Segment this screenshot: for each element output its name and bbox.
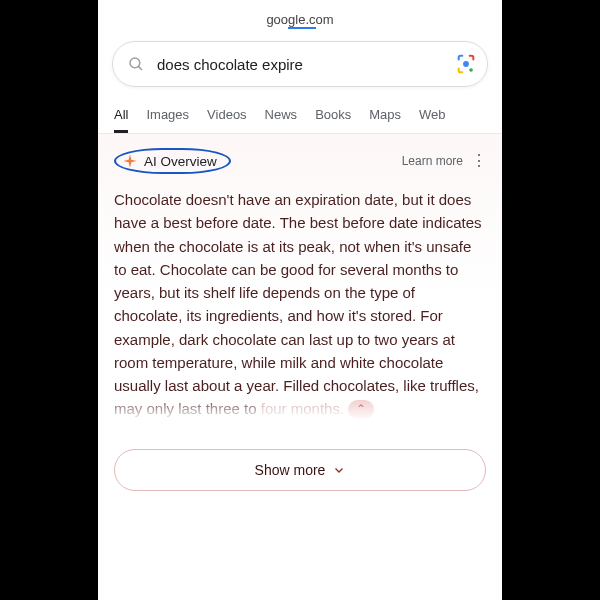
ai-overview-body: Chocolate doesn't have an expiration dat… — [114, 188, 486, 421]
ai-overview-title: AI Overview — [144, 154, 217, 169]
address-bar[interactable]: google.com — [98, 8, 502, 41]
svg-point-3 — [469, 68, 473, 72]
ai-overview-section: AI Overview Learn more ⋮ Chocolate doesn… — [98, 134, 502, 437]
search-container: does chocolate expire — [98, 41, 502, 99]
phone-frame: google.com does chocolate expire — [98, 0, 502, 600]
collapse-icon[interactable]: ⌃ — [348, 400, 374, 419]
search-icon — [127, 55, 145, 73]
tab-maps[interactable]: Maps — [369, 99, 401, 133]
page-content: google.com does chocolate expire — [98, 0, 502, 491]
chevron-down-icon — [333, 464, 345, 476]
show-more-button[interactable]: Show more — [114, 449, 486, 491]
tab-books[interactable]: Books — [315, 99, 351, 133]
ai-body-text-main: Chocolate doesn't have an expiration dat… — [114, 191, 481, 417]
ai-body-text-trailing: four months. — [261, 400, 344, 417]
search-tabs: All Images Videos News Books Maps Web — [98, 99, 502, 134]
search-bar[interactable]: does chocolate expire — [112, 41, 488, 87]
tab-all[interactable]: All — [114, 99, 128, 133]
show-more-label: Show more — [255, 462, 326, 478]
ai-overview-header: AI Overview Learn more ⋮ — [114, 148, 486, 174]
progress-indicator — [288, 27, 316, 29]
ai-overview-badge: AI Overview — [114, 148, 231, 174]
url-text: google.com — [266, 12, 333, 27]
tab-news[interactable]: News — [265, 99, 298, 133]
sparkle-icon — [122, 153, 138, 169]
svg-point-2 — [463, 61, 469, 67]
show-more-container: Show more — [98, 437, 502, 491]
more-options-icon[interactable]: ⋮ — [471, 153, 486, 169]
search-query: does chocolate expire — [145, 56, 455, 73]
tab-videos[interactable]: Videos — [207, 99, 247, 133]
google-lens-icon[interactable] — [455, 53, 477, 75]
learn-more-link[interactable]: Learn more — [402, 154, 471, 168]
tab-web[interactable]: Web — [419, 99, 446, 133]
svg-point-0 — [130, 58, 140, 68]
tab-images[interactable]: Images — [146, 99, 189, 133]
svg-line-1 — [138, 66, 142, 70]
